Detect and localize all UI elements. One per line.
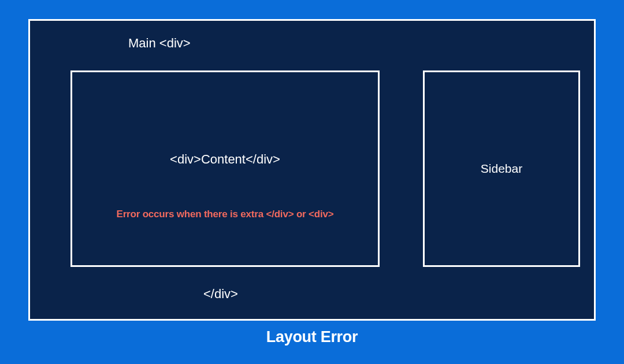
content-text: <div>Content</div> — [170, 152, 280, 167]
main-div-container: Main <div> <div>Content</div> Error occu… — [28, 19, 596, 321]
sidebar-text: Sidebar — [481, 162, 522, 176]
content-box: <div>Content</div> Error occurs when the… — [70, 70, 380, 267]
diagram-caption: Layout Error — [266, 328, 358, 346]
main-div-label: Main <div> — [128, 36, 191, 51]
error-message: Error occurs when there is extra </div> … — [117, 209, 334, 220]
sidebar-box: Sidebar — [423, 70, 580, 267]
closing-div-label: </div> — [203, 287, 238, 302]
